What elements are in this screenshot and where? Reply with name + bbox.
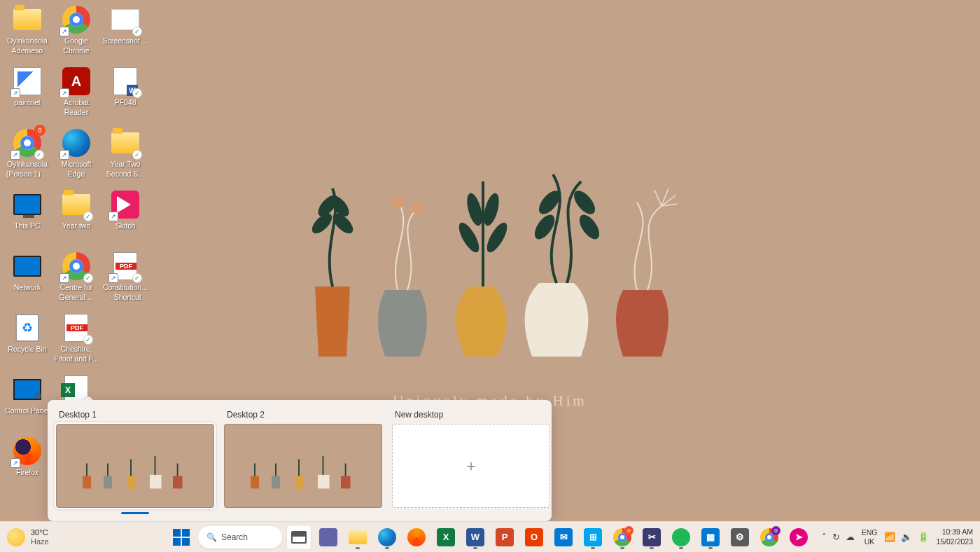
microsoft-edge[interactable] bbox=[374, 525, 400, 550]
desktop-icon-skitch[interactable]: ↗Skitch bbox=[101, 188, 150, 249]
desktop-icon-pf048[interactable]: ✓PF048 bbox=[101, 64, 150, 126]
desktop-icon-this-pc[interactable]: This PC bbox=[3, 188, 52, 249]
desktop-icon-control-panel[interactable]: Control Panel bbox=[3, 373, 52, 434]
chrome-profile[interactable]: 0 bbox=[757, 525, 782, 550]
teams-chat[interactable] bbox=[316, 525, 341, 550]
virtual-desktop-1[interactable]: Desktop 1 bbox=[56, 410, 214, 514]
virtual-desktop-2[interactable]: Desktop 2 bbox=[224, 410, 382, 514]
desktop-icon-label: Google Chrome bbox=[52, 36, 100, 55]
new-desktop-label: New desktop bbox=[395, 410, 550, 420]
browser-icon: ▦ bbox=[701, 528, 720, 546]
search-placeholder: Search bbox=[221, 532, 248, 542]
sync-badge-icon: ✓ bbox=[132, 88, 142, 98]
file-explorer-icon bbox=[349, 530, 367, 544]
google-chrome[interactable]: 0 bbox=[610, 525, 635, 550]
shortcut-arrow-icon: ↗ bbox=[108, 273, 118, 283]
tray-onedrive-icon[interactable]: ☁ bbox=[846, 532, 855, 542]
app-pink-icon: ➤ bbox=[790, 528, 808, 546]
desktop-icon-label: Control Panel bbox=[5, 406, 50, 416]
firefox[interactable] bbox=[404, 525, 429, 550]
notification-badge: 0 bbox=[34, 125, 46, 136]
notification-badge: 0 bbox=[624, 526, 634, 535]
shortcut-arrow-icon: ↗ bbox=[59, 273, 69, 283]
desktop-icon-year-two-second[interactable]: ✓Year Two Second S... bbox=[101, 126, 150, 188]
desktop-icon-centre-for-general[interactable]: ↗✓Centre for General ... bbox=[52, 249, 101, 311]
desktop-icon-screenshot[interactable]: ✓Screenshot ... bbox=[101, 3, 150, 64]
tray-chevron-icon[interactable]: ˄ bbox=[822, 532, 827, 542]
desktop-icon-label: PF048 bbox=[115, 98, 136, 108]
clock[interactable]: 10:39 AM 15/02/2023 bbox=[936, 527, 973, 546]
battery-icon[interactable]: 🔋 bbox=[918, 532, 929, 542]
word[interactable]: W bbox=[463, 525, 488, 550]
desktop-icon-chrome-person[interactable]: ↗✓0Oyinkansola (Person 1) ... bbox=[3, 126, 52, 188]
running-indicator bbox=[620, 547, 624, 549]
desktop-icon-label: Acrobat Reader bbox=[52, 98, 100, 117]
browser[interactable]: ▦ bbox=[698, 525, 723, 550]
sync-badge-icon: ✓ bbox=[83, 335, 93, 345]
mail[interactable]: ✉ bbox=[551, 525, 576, 550]
lang-top: ENG bbox=[862, 528, 878, 537]
virtual-desktop-thumb bbox=[224, 424, 382, 508]
wifi-icon[interactable]: 📶 bbox=[884, 532, 895, 542]
desktop-icon-cheshire[interactable]: ✓Cheshire, Fifoot and F... bbox=[52, 311, 101, 373]
powerpoint-icon: P bbox=[496, 528, 514, 546]
task-view-icon bbox=[291, 531, 307, 544]
sync-badge-icon: ✓ bbox=[83, 273, 93, 283]
settings[interactable]: ⚙ bbox=[727, 525, 752, 550]
desktop-icon-google-chrome[interactable]: ↗Google Chrome bbox=[52, 3, 101, 64]
task-view-button[interactable] bbox=[286, 525, 312, 550]
desktop-icon-firefox[interactable]: ↗Firefox bbox=[3, 434, 52, 496]
new-desktop-button[interactable]: New desktop＋ bbox=[392, 410, 550, 514]
desktop-icon-year-two[interactable]: ✓Year two bbox=[52, 188, 101, 249]
running-indicator bbox=[591, 547, 595, 549]
desktop-icon-recycle-bin[interactable]: Recycle Bin bbox=[3, 311, 52, 373]
svg-rect-19 bbox=[83, 476, 91, 488]
desktop-icon-acrobat[interactable]: A↗Acrobat Reader bbox=[52, 64, 101, 126]
task-view-popup: Desktop 1Desktop 2New desktop＋ bbox=[48, 400, 552, 521]
powerpoint[interactable]: P bbox=[492, 525, 517, 550]
snipping-tool[interactable]: ✂ bbox=[639, 525, 664, 550]
virtual-desktop-thumb bbox=[56, 424, 214, 508]
firefox-icon bbox=[407, 528, 426, 546]
tray-sync-icon[interactable]: ↻ bbox=[832, 532, 840, 542]
desktop-icon-label: Cheshire, Fifoot and F... bbox=[52, 345, 100, 364]
weather-widget[interactable]: 30°C Haze bbox=[7, 528, 49, 546]
file-explorer[interactable] bbox=[345, 525, 370, 550]
desktop-icon-user-folder[interactable]: Oyinkansola Ademeso bbox=[3, 3, 52, 64]
taskbar: 30°C Haze 🔍SearchXWPO✉⊞0✂▦⚙0➤ ˄ ↻ ☁ ENG … bbox=[0, 521, 980, 552]
desktop-icon-label: Year Two Second S... bbox=[102, 160, 149, 179]
taskbar-right: ˄ ↻ ☁ ENG UK 📶 🔉 🔋 10:39 AM 15/02/2023 bbox=[822, 527, 973, 546]
shortcut-arrow-icon: ↗ bbox=[10, 88, 20, 98]
search-box[interactable]: 🔍Search bbox=[198, 526, 282, 548]
search-icon: 🔍 bbox=[206, 532, 217, 542]
office[interactable]: O bbox=[522, 525, 547, 550]
desktop-icon-label: Oyinkansola (Person 1) ... bbox=[4, 160, 51, 179]
excel[interactable]: X bbox=[433, 525, 458, 550]
desktop-icon-network[interactable]: Network bbox=[3, 249, 52, 311]
desktop-icon-ms-edge[interactable]: ↗Microsoft Edge bbox=[52, 126, 101, 188]
desktop-icon-label: Network bbox=[14, 283, 41, 293]
teams-chat-icon bbox=[319, 528, 337, 546]
desktop-icon-paintnet[interactable]: ↗paintnet bbox=[3, 64, 52, 126]
spotify[interactable] bbox=[668, 525, 694, 550]
volume-icon[interactable]: 🔉 bbox=[901, 532, 912, 542]
desktop-icon-constitution[interactable]: ↗✓Constitution... - Shortcut bbox=[101, 249, 150, 311]
desktop-icon-label: Oyinkansola Ademeso bbox=[4, 36, 51, 55]
desktop-icon-label: Microsoft Edge bbox=[52, 160, 100, 179]
desktop-icon-label: Skitch bbox=[115, 221, 136, 231]
microsoft-edge-icon bbox=[378, 528, 396, 546]
sync-badge-icon: ✓ bbox=[132, 27, 142, 36]
language-indicator[interactable]: ENG UK bbox=[862, 528, 878, 546]
mail-icon: ✉ bbox=[554, 528, 573, 546]
settings-icon: ⚙ bbox=[731, 528, 749, 546]
start-button[interactable] bbox=[169, 525, 194, 550]
running-indicator bbox=[356, 547, 360, 549]
desktop-icon-label: paintnet bbox=[14, 98, 40, 108]
weather-condition: Haze bbox=[31, 537, 49, 546]
desktop-icon-label: Constitution... - Shortcut bbox=[102, 283, 149, 302]
plus-icon: ＋ bbox=[392, 424, 550, 508]
app-pink[interactable]: ➤ bbox=[786, 525, 811, 550]
microsoft-store[interactable]: ⊞ bbox=[580, 525, 606, 550]
taskbar-center: 🔍SearchXWPO✉⊞0✂▦⚙0➤ bbox=[169, 525, 811, 550]
virtual-desktop-label: Desktop 1 bbox=[59, 410, 214, 420]
